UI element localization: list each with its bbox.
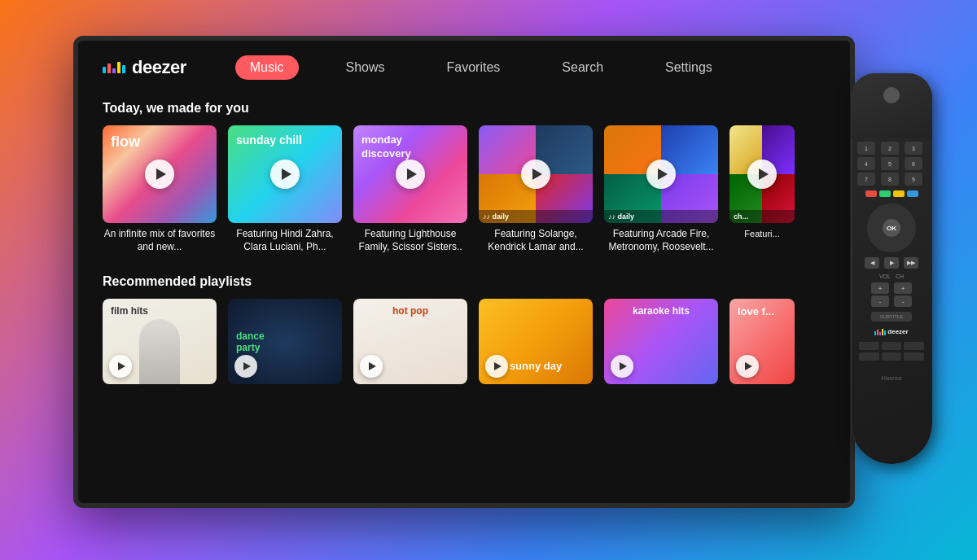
remote-btn-9[interactable]: 9 — [905, 173, 922, 186]
remote-subtitle-area: SUBTITLE — [851, 312, 932, 322]
hot-pop-thumb: hot pop — [353, 299, 467, 384]
sunday-play-btn[interactable] — [270, 160, 300, 189]
love-play-btn[interactable] — [736, 355, 759, 378]
remote-ch-down-btn[interactable]: - — [894, 295, 912, 307]
remote-play-btn[interactable]: ▶ — [884, 257, 899, 269]
film-hits-label: film hits — [111, 305, 148, 317]
remote-btn-1[interactable]: 1 — [857, 142, 875, 155]
sunday-chill-card[interactable]: sunday chill Featuring Hindi Zahra, Clar… — [228, 125, 342, 253]
love-thumb: love f... — [729, 299, 795, 384]
remote-btn-5[interactable]: 5 — [881, 157, 899, 170]
remote-media-btns: ◀ ▶ ▶▶ — [851, 257, 932, 269]
daily3-card[interactable]: ch... Featuri... — [729, 125, 795, 253]
daily2-subtitle: Featuring Arcade Fire, Metronomy, Roosev… — [604, 228, 718, 253]
remote-extra-btn-3[interactable] — [904, 342, 924, 350]
daily1-card[interactable]: ♪♪ daily Featuring Solange, Kendrick Lam… — [479, 125, 593, 253]
nav-favorites[interactable]: Favorites — [432, 55, 515, 80]
sunny-day-card[interactable]: sunny day — [479, 299, 593, 384]
remote-extra-btn-2[interactable] — [882, 342, 902, 350]
dance-party-card[interactable]: danceparty — [228, 299, 342, 384]
remote-extra-btn-1[interactable] — [859, 342, 879, 350]
flow-play-btn[interactable] — [145, 160, 174, 189]
nav-search[interactable]: Search — [547, 55, 618, 80]
hot-pop-play-btn[interactable] — [360, 355, 383, 378]
sunday-subtitle: Featuring Hindi Zahra, Clara Luciani, Ph… — [228, 228, 342, 253]
monday-discovery-thumb: mondaydiscovery — [353, 125, 467, 223]
remote-btn-3[interactable]: 3 — [905, 142, 922, 155]
daily3-play-btn[interactable] — [747, 160, 777, 189]
monday-discovery-card[interactable]: mondaydiscovery Featuring Lighthouse Fam… — [353, 125, 467, 253]
daily3-overlay: ch... — [729, 210, 795, 223]
monday-subtitle: Featuring Lighthouse Family, Scissor Sis… — [353, 228, 467, 253]
sunny-day-play-btn[interactable] — [485, 355, 508, 378]
love-card[interactable]: love f... — [729, 299, 795, 384]
deezer-logo: deezer — [103, 57, 186, 78]
remote-yellow-btn[interactable] — [893, 190, 905, 197]
remote-control: 1 2 3 4 5 6 7 8 9 OK ◀ ▶ ▶▶ — [839, 49, 944, 505]
dance-party-label: danceparty — [236, 330, 265, 353]
remote-colored-btns — [851, 189, 932, 199]
daily2-card[interactable]: ♪♪ daily Featuring Arcade Fire, Metronom… — [604, 125, 718, 253]
remote-blue-btn[interactable] — [907, 190, 918, 197]
film-hits-thumb: film hits — [103, 299, 217, 384]
remote-subtitle-btn[interactable]: SUBTITLE — [871, 312, 912, 322]
remote-power-btn[interactable] — [883, 87, 900, 103]
logo-bars-icon — [103, 62, 125, 73]
monday-label: mondaydiscovery — [361, 133, 411, 161]
remote-btn-7[interactable]: 7 — [857, 173, 875, 186]
nav-settings[interactable]: Settings — [651, 55, 727, 80]
remote-green-btn[interactable] — [879, 190, 891, 197]
remote-deezer-text: deezer — [887, 328, 908, 335]
remote-back-btn[interactable]: ◀ — [865, 257, 879, 269]
remote-vol-ch-btns-down: - - — [851, 295, 932, 307]
section-made-for-you-title: Today, we made for you — [78, 94, 850, 125]
remote-btn-8[interactable]: 8 — [881, 173, 899, 186]
sunday-chill-thumb: sunday chill — [228, 125, 342, 223]
remote-extra-btn-4[interactable] — [859, 352, 879, 361]
love-label: love f... — [738, 305, 774, 317]
flow-subtitle: An infinite mix of favorites and new... — [103, 228, 217, 253]
nav-shows[interactable]: Shows — [331, 55, 400, 80]
daily1-overlay: ♪♪ daily — [479, 210, 593, 223]
film-hits-card[interactable]: film hits — [103, 299, 217, 384]
remote-extra-btn-6[interactable] — [904, 352, 924, 361]
remote-vol-up-btn[interactable]: + — [871, 282, 889, 294]
remote-btn-4[interactable]: 4 — [857, 157, 875, 170]
karaoke-hits-play-btn[interactable] — [611, 355, 633, 378]
tv-bezel-bottom — [78, 503, 850, 508]
film-hits-play-btn[interactable] — [109, 355, 132, 378]
remote-extra-btn-5[interactable] — [882, 352, 902, 361]
remote-ch-label: CH — [896, 273, 904, 279]
flow-card[interactable]: flow An infinite mix of favorites and ne… — [103, 125, 217, 253]
app-name: deezer — [132, 57, 186, 78]
recommended-playlists: film hits danceparty hot pop — [78, 299, 850, 384]
remote-brand-text: Hisense — [881, 375, 901, 381]
dance-party-play-btn[interactable] — [234, 355, 257, 378]
film-hits-person — [139, 319, 180, 384]
hot-pop-label: hot pop — [392, 305, 428, 317]
daily2-overlay: ♪♪ daily — [604, 210, 718, 223]
remote-ok-btn[interactable]: OK — [883, 219, 900, 237]
daily1-play-btn[interactable] — [521, 160, 550, 189]
nav-bar: deezer Music Shows Favorites Search Sett… — [78, 41, 850, 94]
remote-vol-down-btn[interactable]: - — [871, 295, 889, 307]
remote-btn-6[interactable]: 6 — [905, 157, 922, 170]
nav-items: Music Shows Favorites Search Settings — [235, 55, 727, 80]
hot-pop-card[interactable]: hot pop — [353, 299, 467, 384]
nav-music[interactable]: Music — [235, 55, 299, 80]
remote-deezer-logo: deezer — [851, 328, 932, 335]
remote-vol-label: VOL — [879, 273, 891, 279]
daily2-play-btn[interactable] — [646, 160, 676, 189]
flow-thumb: flow — [103, 125, 217, 223]
remote-ch-up-btn[interactable]: + — [894, 282, 912, 294]
remote-btn-2[interactable]: 2 — [881, 142, 899, 155]
remote-red-btn[interactable] — [865, 190, 877, 197]
section-recommended-title: Recommended playlists — [78, 268, 850, 299]
daily1-thumb: ♪♪ daily — [479, 125, 593, 223]
karaoke-hits-card[interactable]: karaoke hits — [604, 299, 718, 384]
monday-play-btn[interactable] — [396, 160, 425, 189]
remote-forward-btn[interactable]: ▶▶ — [904, 257, 918, 269]
remote-bottom-btns — [851, 342, 932, 361]
karaoke-hits-label: karaoke hits — [633, 305, 690, 317]
karaoke-hits-thumb: karaoke hits — [604, 299, 718, 384]
